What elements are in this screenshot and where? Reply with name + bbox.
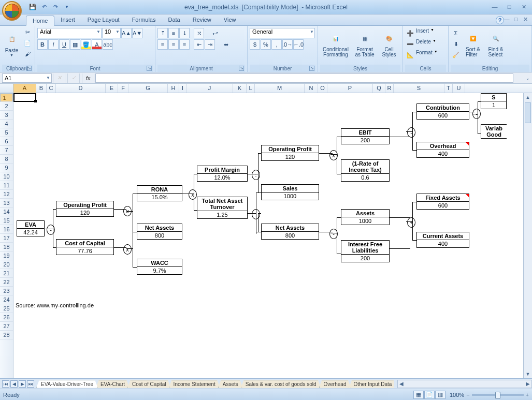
autosum-icon[interactable]: Σ	[451, 28, 461, 38]
vertical-scrollbar[interactable]: ▲ ▼	[523, 93, 532, 378]
row-header-4[interactable]: 4	[0, 120, 13, 128]
row-header-27[interactable]: 27	[0, 322, 13, 331]
row-header-12[interactable]: 12	[0, 190, 13, 199]
row-header-24[interactable]: 24	[0, 295, 13, 304]
page-layout-view-icon[interactable]: 📄	[424, 391, 435, 399]
column-header-L[interactable]: L	[247, 84, 255, 93]
border-icon[interactable]: ▦	[70, 39, 80, 50]
align-top-icon[interactable]: ⤒	[157, 28, 168, 38]
minimize-icon[interactable]: —	[490, 4, 500, 10]
tab-formulas[interactable]: Formulas	[126, 15, 162, 25]
copy-icon[interactable]: 📄	[22, 38, 33, 48]
formula-bar[interactable]	[95, 73, 513, 83]
conditional-formatting-button[interactable]: 📊Conditional Formatting	[320, 27, 351, 61]
font-launcher-icon[interactable]: ↘	[147, 66, 152, 71]
scroll-up-icon[interactable]: ▲	[524, 93, 532, 101]
column-header-R[interactable]: R	[385, 84, 394, 93]
merge-center-icon[interactable]: ⬌	[219, 39, 233, 50]
align-center-icon[interactable]: ≡	[168, 39, 179, 50]
row-header-19[interactable]: 19	[0, 251, 13, 260]
horizontal-scrollbar[interactable]: ◀▶	[397, 380, 532, 388]
scroll-right-icon[interactable]: ▶	[524, 381, 531, 387]
orientation-icon[interactable]: ⤭	[194, 28, 204, 38]
column-header-M[interactable]: M	[255, 84, 305, 93]
row-header-13[interactable]: 13	[0, 199, 13, 208]
row-header-3[interactable]: 3	[0, 111, 13, 120]
font-size-select[interactable]: 10▼	[102, 28, 121, 38]
insert-button[interactable]: ➕Insert▼	[405, 28, 434, 38]
delete-button[interactable]: ➖Delete▼	[405, 39, 436, 49]
expand-formula-bar-icon[interactable]: ⌄	[524, 76, 532, 81]
decrease-decimal-icon[interactable]: ←.0	[293, 39, 304, 50]
first-sheet-icon[interactable]: ⏮	[2, 380, 9, 388]
column-header-B[interactable]: B	[36, 84, 47, 93]
row-header-21[interactable]: 21	[0, 269, 13, 278]
row-header-2[interactable]: 2	[0, 102, 13, 111]
row-header-25[interactable]: 25	[0, 304, 13, 313]
column-header-S[interactable]: S	[394, 84, 444, 93]
bold-icon[interactable]: B	[37, 39, 48, 50]
tab-insert[interactable]: Insert	[54, 15, 81, 25]
last-sheet-icon[interactable]: ⏭	[27, 380, 34, 388]
clipboard-launcher-icon[interactable]: ↘	[26, 66, 32, 71]
find-select-button[interactable]: 🔍Find & Select	[485, 27, 507, 61]
tab-page-layout[interactable]: Page Layout	[81, 15, 126, 25]
zoom-value[interactable]: 100%	[450, 392, 464, 398]
column-header-E[interactable]: E	[106, 84, 118, 93]
align-right-icon[interactable]: ≡	[179, 39, 190, 50]
row-header-14[interactable]: 14	[0, 208, 13, 216]
cut-icon[interactable]: ✂	[22, 27, 33, 37]
tab-review[interactable]: Review	[186, 15, 218, 25]
sort-filter-button[interactable]: 🔽Sort & Filter	[462, 27, 484, 61]
column-header-A[interactable]: A	[13, 84, 36, 93]
column-header-K[interactable]: K	[233, 84, 247, 93]
number-launcher-icon[interactable]: ↘	[309, 66, 314, 71]
select-all-corner[interactable]	[0, 84, 13, 93]
phonetic-icon[interactable]: abc	[103, 39, 113, 50]
row-header-15[interactable]: 15	[0, 216, 13, 225]
vscroll-thumb[interactable]	[525, 102, 531, 123]
underline-icon[interactable]: U	[59, 39, 69, 50]
active-cell[interactable]	[13, 93, 36, 102]
column-header-T[interactable]: T	[444, 84, 453, 93]
fill-color-icon[interactable]: 🪣	[81, 39, 91, 50]
font-family-select[interactable]: Arial▼	[37, 28, 102, 38]
scroll-down-icon[interactable]: ▼	[524, 370, 532, 378]
undo-icon[interactable]: ↶	[39, 3, 49, 12]
paste-button[interactable]: 📋 Paste ▼	[2, 27, 21, 61]
enter-formula-icon[interactable]: ✓	[67, 73, 80, 83]
sheet-tab-sales-var-cost-of-goods-sold[interactable]: Sales & var. cost of goods sold	[241, 380, 321, 388]
cancel-formula-icon[interactable]: ✕	[53, 73, 65, 83]
increase-indent-icon[interactable]: ⇥	[205, 39, 215, 50]
scroll-left-icon[interactable]: ◀	[398, 381, 405, 387]
mdi-close-icon[interactable]: ✕	[522, 16, 529, 23]
cells-area[interactable]: Source: www.my-controlling.de EVA42.24Op…	[13, 93, 532, 378]
prev-sheet-icon[interactable]: ◀	[10, 380, 18, 388]
shrink-font-icon[interactable]: A▼	[132, 28, 142, 38]
fill-icon[interactable]: ⬇	[451, 39, 461, 49]
column-header-D[interactable]: D	[56, 84, 106, 93]
cell-styles-button[interactable]: 🎨Cell Styles	[378, 27, 400, 61]
row-header-5[interactable]: 5	[0, 128, 13, 137]
number-format-select[interactable]: General▼	[250, 28, 315, 38]
column-header-O[interactable]: O	[318, 84, 327, 93]
column-header-U[interactable]: U	[453, 84, 465, 93]
redo-icon[interactable]: ↷	[51, 3, 60, 12]
column-header-I[interactable]: I	[179, 84, 186, 93]
row-header-28[interactable]: 28	[0, 331, 13, 339]
row-header-20[interactable]: 20	[0, 260, 13, 269]
font-color-icon[interactable]: A	[92, 39, 102, 50]
column-header-F[interactable]: F	[118, 84, 128, 93]
grow-font-icon[interactable]: A▲	[121, 28, 132, 38]
sheet-tab-other-input-data[interactable]: Other Input Data	[349, 380, 394, 388]
insert-function-icon[interactable]: fx	[82, 73, 94, 83]
mdi-restore-icon[interactable]: □	[512, 16, 520, 23]
row-header-17[interactable]: 17	[0, 234, 13, 243]
wrap-text-icon[interactable]: ⮐	[208, 28, 222, 38]
zoom-slider[interactable]	[472, 394, 524, 396]
column-header-H[interactable]: H	[168, 84, 179, 93]
format-button[interactable]: 📐Format▼	[405, 50, 438, 60]
column-header-P[interactable]: P	[327, 84, 373, 93]
column-header-G[interactable]: G	[128, 84, 168, 93]
column-header-C[interactable]: C	[47, 84, 56, 93]
